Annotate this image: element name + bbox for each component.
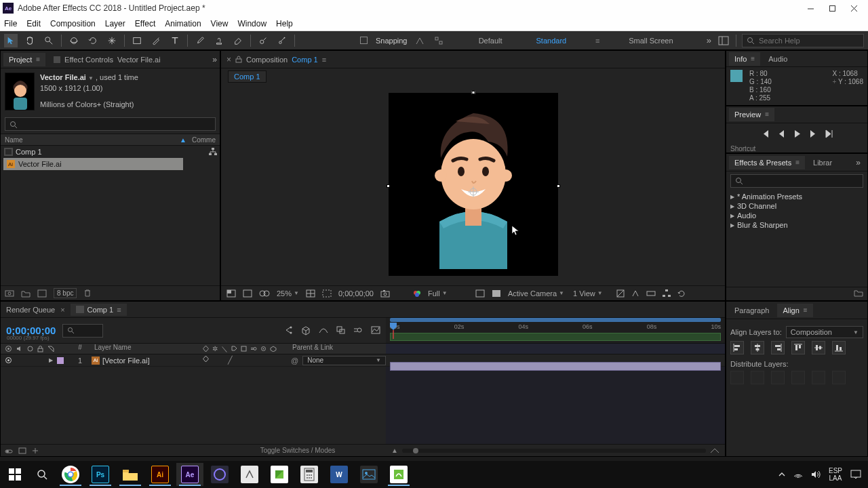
workspace-overflow-icon[interactable]: »: [707, 35, 711, 45]
comp-mini-flowchart-icon[interactable]: [283, 326, 293, 336]
taskbar-app-generic3[interactable]: [385, 463, 412, 486]
layer-duration-bar[interactable]: [390, 362, 721, 371]
composition-canvas[interactable]: [389, 93, 558, 276]
notifications-icon[interactable]: [850, 470, 861, 479]
menu-file[interactable]: File: [4, 19, 17, 28]
zoom-out-icon[interactable]: ▲: [391, 447, 398, 454]
snapshot-icon[interactable]: [380, 289, 390, 298]
align-hcenter-button[interactable]: [751, 341, 764, 354]
layer-switch[interactable]: [203, 356, 209, 365]
new-folder-icon[interactable]: [21, 289, 31, 298]
zoom-slider-knob[interactable]: [413, 448, 418, 453]
taskbar-app-photos[interactable]: [355, 463, 382, 486]
layer-switch[interactable]: ╱: [228, 356, 233, 365]
taskbar-app-generic2[interactable]: [236, 463, 263, 486]
zoom-dropdown[interactable]: 25%▼: [277, 289, 299, 298]
workspace-default[interactable]: Default: [469, 35, 512, 46]
close-tab-icon[interactable]: ×: [60, 306, 64, 314]
resolution-dropdown[interactable]: Full▼: [428, 289, 469, 298]
project-row-ai[interactable]: Ai Vector File.ai: [3, 158, 183, 170]
project-tab[interactable]: Project ≡: [3, 53, 45, 66]
close-tab-icon[interactable]: ×: [226, 55, 231, 64]
maximize-button[interactable]: [827, 3, 837, 13]
effects-category[interactable]: ▶* Animation Presets: [726, 192, 867, 201]
menu-edit[interactable]: Edit: [26, 19, 41, 28]
workspace-menu-icon[interactable]: ≡: [591, 34, 604, 47]
workspace-smallscreen[interactable]: Small Screen: [619, 35, 682, 46]
video-toggle-icon[interactable]: [5, 357, 12, 363]
effects-category[interactable]: ▶3D Channel: [726, 201, 867, 211]
tray-overflow-icon[interactable]: [778, 471, 785, 478]
grid-icon[interactable]: [492, 289, 501, 298]
text-tool[interactable]: [168, 34, 182, 47]
eraser-tool[interactable]: [231, 34, 245, 47]
first-frame-button[interactable]: [761, 129, 770, 138]
preview-tab[interactable]: Preview≡: [729, 108, 774, 121]
project-row-comp[interactable]: Comp 1: [1, 146, 220, 158]
menu-composition[interactable]: Composition: [50, 19, 96, 28]
work-area-bar[interactable]: [390, 318, 721, 322]
language-indicator[interactable]: ESPLAA: [829, 467, 842, 482]
project-search-field[interactable]: [5, 117, 216, 131]
toggle-in-out-icon[interactable]: [32, 447, 39, 454]
composition-breadcrumb[interactable]: Comp 1: [228, 70, 267, 83]
roi-icon[interactable]: [322, 289, 332, 298]
audio-tab[interactable]: Audio: [763, 52, 793, 66]
new-comp-icon[interactable]: [37, 289, 47, 298]
pan-behind-tool[interactable]: [105, 34, 119, 47]
timeline-zoom-slider[interactable]: [402, 449, 706, 453]
audio-col-icon[interactable]: [16, 346, 23, 352]
layer-color-swatch[interactable]: [57, 357, 64, 364]
effects-presets-tab[interactable]: Effects & Presets≡: [729, 156, 805, 169]
taskbar-app-calculator[interactable]: [296, 463, 323, 486]
search-help-field[interactable]: [742, 34, 864, 47]
play-button[interactable]: [793, 129, 801, 138]
reset-exposure-icon[interactable]: [677, 289, 686, 298]
toggle-mask-icon[interactable]: [259, 289, 270, 298]
graph-editor-icon[interactable]: [371, 326, 380, 336]
clone-stamp-tool[interactable]: [212, 34, 226, 47]
zoom-in-icon[interactable]: [710, 448, 719, 453]
menu-view[interactable]: View: [211, 19, 229, 28]
tray-network-icon[interactable]: [793, 470, 803, 479]
align-tab[interactable]: Align≡: [777, 304, 812, 317]
close-button[interactable]: [849, 3, 859, 13]
motion-blur-icon[interactable]: [353, 326, 363, 336]
camera-dropdown[interactable]: Active Camera▼: [508, 289, 566, 298]
panel-menu-icon[interactable]: ≡: [795, 159, 800, 166]
orbit-tool[interactable]: [67, 34, 81, 47]
zoom-tool[interactable]: [42, 34, 56, 47]
toggle-transparency-icon[interactable]: [243, 289, 252, 298]
toggle-switches-modes-button[interactable]: Toggle Switches / Modes: [210, 447, 386, 454]
frame-blend-icon[interactable]: [336, 326, 345, 336]
rectangle-tool[interactable]: [130, 34, 144, 47]
workspace-standard[interactable]: Standard: [527, 35, 576, 46]
parent-dropdown[interactable]: None▼: [302, 356, 386, 365]
interpret-footage-icon[interactable]: [5, 289, 14, 298]
panel-menu-icon[interactable]: ≡: [804, 306, 808, 314]
viewer-timecode[interactable]: 0;00;00;00: [338, 289, 374, 298]
align-left-button[interactable]: [730, 341, 744, 354]
timeline-layer-row[interactable]: ▶ 1 Ai [Vector File.ai] ╱ @ None▼: [1, 354, 725, 367]
align-target-dropdown[interactable]: Composition▼: [786, 326, 863, 338]
align-right-button[interactable]: [771, 341, 785, 354]
libraries-tab[interactable]: Librar: [808, 156, 837, 169]
taskbar-app-word[interactable]: W: [326, 463, 353, 486]
toggle-modes-icon[interactable]: [18, 447, 26, 454]
workspace-reset-icon[interactable]: [717, 34, 730, 47]
timeline-icon[interactable]: [646, 289, 656, 298]
new-bin-icon[interactable]: [854, 289, 863, 299]
panel-menu-icon[interactable]: ≡: [765, 110, 769, 118]
info-tab[interactable]: Info≡: [729, 52, 760, 66]
shy-icon[interactable]: [319, 326, 328, 336]
taskbar-app-explorer[interactable]: [117, 463, 144, 486]
tray-volume-icon[interactable]: [811, 470, 821, 479]
next-frame-button[interactable]: [809, 129, 816, 138]
toggle-alpha-icon[interactable]: [226, 289, 236, 298]
label-col-icon[interactable]: [47, 346, 54, 352]
panel-menu-icon[interactable]: ≡: [322, 56, 326, 64]
taskbar-app-photoshop[interactable]: Ps: [87, 463, 114, 486]
effects-category[interactable]: ▶Blur & Sharpen: [726, 220, 867, 230]
draft-3d-icon[interactable]: [301, 326, 311, 336]
render-queue-tab[interactable]: Render Queue: [6, 306, 55, 314]
